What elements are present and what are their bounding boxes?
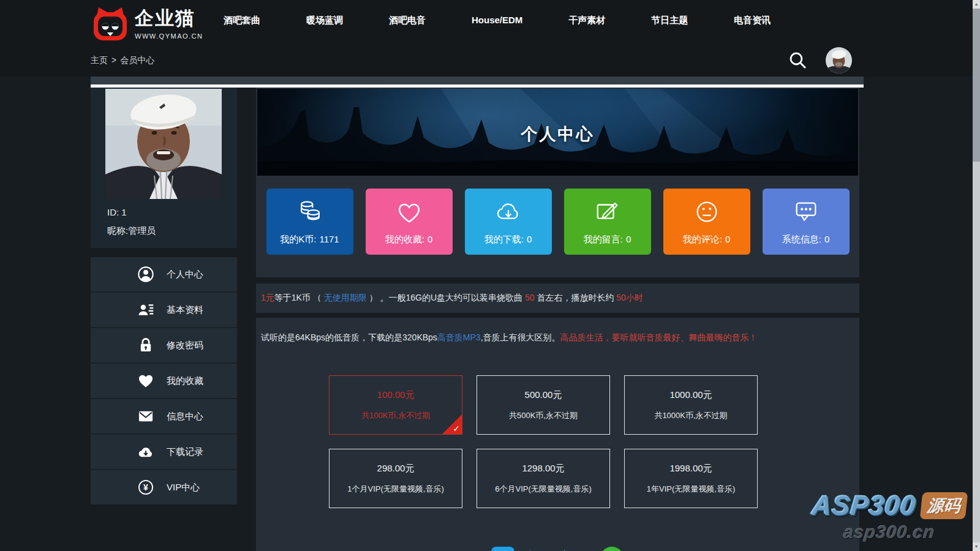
plan-price: 1000.00元 <box>669 389 712 401</box>
payment-options-row: 支付宝 <box>256 547 859 551</box>
sidebar-item-label: 个人中心 <box>167 269 203 280</box>
notice-text: 等于1K币 （ <box>274 293 324 302</box>
notice-link[interactable]: 高音质MP3 <box>437 332 481 342</box>
main-nav: 酒吧套曲 暖场蓝调 酒吧电音 House/EDM 干声素材 节日主题 电音资讯 <box>224 15 771 26</box>
scroll-up-button[interactable]: ▲ <box>973 0 980 9</box>
coins-icon <box>296 198 324 226</box>
plan-desc: 1个月VIP(无限量视频,音乐) <box>347 484 443 495</box>
notice-text: 首左右，播放时长约 <box>535 293 617 302</box>
plan-100[interactable]: 100.00元 共100K币,永不过期 ✓ <box>329 375 462 435</box>
breadcrumb-separator: > <box>111 55 116 65</box>
stat-value: 0 <box>626 234 631 244</box>
nav-item-warmup-blues[interactable]: 暖场蓝调 <box>306 15 343 26</box>
nav-item-bar-suites[interactable]: 酒吧套曲 <box>224 15 260 26</box>
cloud-download-icon <box>494 198 522 226</box>
nav-item-edm-news[interactable]: 电音资讯 <box>734 15 771 26</box>
plan-500[interactable]: 500.00元 共500K币,永不过期 <box>477 375 610 435</box>
nav-item-bar-edm[interactable]: 酒吧电音 <box>389 15 426 26</box>
sidebar-item-basic-info[interactable]: 基本资料 <box>91 293 237 328</box>
stat-label: 我的评论: <box>683 234 722 244</box>
stat-label: 系统信息: <box>782 234 821 244</box>
wechat-pay-icon[interactable] <box>600 547 624 551</box>
plan-desc: 共500K币,永不过期 <box>509 410 578 421</box>
search-icon[interactable] <box>788 50 809 71</box>
stat-card-system-info[interactable]: 系统信息:0 <box>763 189 850 255</box>
svg-text:¥: ¥ <box>143 482 148 492</box>
stat-value: 0 <box>725 234 730 244</box>
plan-vip-6month[interactable]: 1298.00元 6个月VIP(无限量视频,音乐) <box>477 449 610 508</box>
brand-site-url: WWW.QYMAO.CN <box>135 32 203 40</box>
sidebar-item-label: 基本资料 <box>167 304 203 316</box>
notice-text: ,音质上有很大区别。 <box>481 332 560 342</box>
sidebar-item-label: 下载记录 <box>167 446 203 458</box>
cloud-download-icon <box>137 443 154 460</box>
stat-card-kcoin[interactable]: 我的K币:1171 <box>266 189 353 255</box>
header-avatar[interactable] <box>826 47 852 73</box>
stat-value: 0 <box>824 234 829 244</box>
dashboard-panel: 个人中心 我的K币:1171 我的收藏:0 我的下载:0 我的留言:0 我的评论… <box>256 88 859 277</box>
notice-link[interactable]: 无使用期限 <box>324 293 367 302</box>
sidebar-item-label: VIP中心 <box>167 482 200 493</box>
edit-icon <box>594 198 622 226</box>
top-header: 企业猫 WWW.QYMAO.CN 酒吧套曲 暖场蓝调 酒吧电音 House/ED… <box>0 0 980 77</box>
notice-text: 1元 <box>261 293 274 302</box>
sidebar-item-change-password[interactable]: 修改密码 <box>91 328 237 364</box>
notice-text: 50小时 <box>616 293 643 302</box>
banner-title: 个人中心 <box>257 123 858 145</box>
notice-text: 试听的是64KBps的低音质，下载的是320KBps <box>261 332 437 342</box>
scrollbar[interactable]: ▲ ▼ <box>973 0 980 551</box>
plan-1000[interactable]: 1000.00元 共1000K币,永不过期 <box>624 375 758 435</box>
profile-card: ID: 1 昵称:管理员 <box>91 88 237 248</box>
notice-text: ） 。一般16G的U盘大约可以装串烧歌曲 <box>367 293 525 302</box>
stat-label: 我的留言: <box>584 234 623 244</box>
stat-card-messages[interactable]: 我的留言:0 <box>564 189 651 255</box>
sidebar-item-download-history[interactable]: 下载记录 <box>91 435 237 470</box>
profile-id: ID: 1 <box>107 207 237 217</box>
watermark-badge: 源码 <box>920 492 968 519</box>
plan-price: 100.00元 <box>377 389 415 401</box>
stat-card-downloads[interactable]: 我的下载:0 <box>465 189 552 255</box>
stat-value: 1171 <box>319 234 339 244</box>
sidebar-item-vip-center[interactable]: ¥ VIP中心 <box>91 470 237 504</box>
nav-item-holiday-theme[interactable]: 节日主题 <box>651 15 688 26</box>
stat-card-favorites[interactable]: 我的收藏:0 <box>366 189 453 255</box>
stat-label: 我的K币: <box>280 234 316 244</box>
user-circle-icon <box>137 266 154 283</box>
stat-label: 我的收藏: <box>385 234 424 244</box>
notice-text: 高品质生活，要听就听音质最好、舞曲最嗨的音乐！ <box>560 332 758 342</box>
nav-item-house-edm[interactable]: House/EDM <box>472 15 522 26</box>
banner: 个人中心 <box>257 89 858 176</box>
sidebar-item-label: 我的收藏 <box>167 375 203 387</box>
stat-cards-row: 我的K币:1171 我的收藏:0 我的下载:0 我的留言:0 我的评论:0 系统… <box>256 189 859 255</box>
recharge-panel: 试听的是64KBps的低音质，下载的是320KBps高音质MP3,音质上有很大区… <box>256 318 859 551</box>
breadcrumb: 主页>会员中心 <box>91 55 154 66</box>
lock-icon <box>137 337 154 354</box>
plan-price: 500.00元 <box>525 389 562 401</box>
mail-icon <box>137 408 154 425</box>
scroll-down-button[interactable]: ▼ <box>973 542 980 551</box>
nav-item-vocal-material[interactable]: 干声素材 <box>568 15 605 26</box>
id-card-icon <box>137 301 154 318</box>
scrollbar-thumb[interactable] <box>973 9 980 162</box>
sidebar-item-message-center[interactable]: 信息中心 <box>91 399 237 435</box>
stat-value: 0 <box>527 234 532 244</box>
plan-desc: 6个月VIP(无限量视频,音乐) <box>495 484 591 495</box>
plan-vip-1month[interactable]: 298.00元 1个月VIP(无限量视频,音乐) <box>329 449 462 508</box>
sidebar-item-label: 信息中心 <box>167 411 203 422</box>
plan-price: 1998.00元 <box>669 463 712 474</box>
alipay-icon[interactable] <box>491 547 514 551</box>
breadcrumb-current[interactable]: 会员中心 <box>120 55 154 65</box>
stat-label: 我的下载: <box>484 234 524 244</box>
alipay-label[interactable]: 支付宝 <box>522 548 575 551</box>
profile-photo <box>105 89 222 199</box>
plan-desc: 共1000K币,永不过期 <box>654 410 727 421</box>
plan-vip-1year[interactable]: 1998.00元 1年VIP(无限量视频,音乐) <box>624 449 758 508</box>
pricing-grid: 100.00元 共100K币,永不过期 ✓ 500.00元 共500K币,永不过… <box>329 375 758 508</box>
notice-text: 50 <box>525 293 535 302</box>
sidebar-item-personal-center[interactable]: 个人中心 <box>91 257 237 293</box>
brand-logo[interactable]: 企业猫 WWW.QYMAO.CN <box>91 6 203 43</box>
content-divider-bar <box>91 84 864 88</box>
breadcrumb-home[interactable]: 主页 <box>91 55 108 65</box>
stat-card-comments[interactable]: 我的评论:0 <box>663 189 750 255</box>
sidebar-item-my-favorites[interactable]: 我的收藏 <box>91 364 237 399</box>
